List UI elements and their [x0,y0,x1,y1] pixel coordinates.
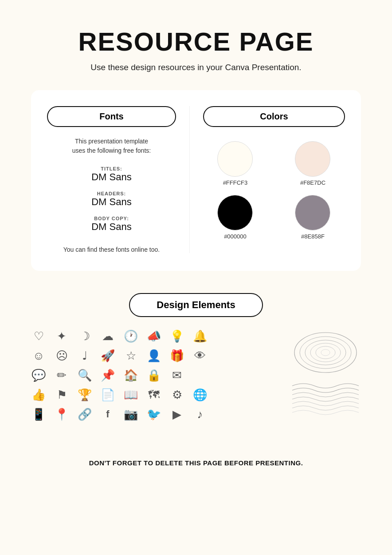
pencil-icon: ✏ [54,369,69,381]
color-item-3: #8E858F [295,195,330,240]
svg-point-4 [316,346,335,359]
map-icon: 🗺 [146,389,161,400]
footer-note: DON'T FORGET TO DELETE THIS PAGE BEFORE … [89,459,303,467]
tiktok-icon: ♪ [192,408,208,420]
music-icon: ♩ [77,350,92,361]
lock-icon: 🔒 [146,369,161,381]
bell-icon: 🔔 [192,330,208,342]
svg-point-3 [310,343,341,362]
svg-point-5 [321,349,330,356]
youtube-icon: ▶ [169,408,184,420]
clock-icon: 🕐 [123,330,138,342]
pin-icon: 📌 [100,369,115,381]
font-item-body: BODY COPY: DM Sans [47,216,176,233]
color-hex-1: #F8E7DC [300,179,325,186]
heart-icon: ♡ [31,330,46,342]
color-item-0: #FFFCF3 [217,141,253,186]
fonts-section: Fonts This presentation template uses th… [47,106,190,253]
smile-icon: ☺ [31,350,46,361]
fonts-footer: You can find these fonts online too. [63,246,160,253]
facebook-icon: f [100,409,115,419]
color-hex-0: #FFFCF3 [223,179,248,186]
icons-row-3: 💬 ✏ 🔍 📌 🏠 🔒 ✉ [31,369,286,381]
icons-row-4: 👍 ⚑ 🏆 📄 📖 🗺 ⚙ 🌐 [31,389,286,400]
color-hex-2: #000000 [224,233,247,240]
fonts-header: Fonts [47,106,176,127]
document-icon: 📄 [100,389,115,400]
icons-row-1: ♡ ✦ ☽ ☁ 🕐 📣 💡 🔔 [31,330,286,342]
decorative-waves [290,379,361,419]
decorative-wrapper [290,330,361,419]
svg-point-2 [305,340,346,365]
colors-header: Colors [203,106,345,127]
share-icon: 🔗 [77,408,92,420]
colors-section: Colors #FFFCF3 #F8E7DC #000000 [190,106,345,253]
page-title: RESOURCE PAGE [78,27,314,56]
decorative-circles [292,330,359,375]
icons-row-2: ☺ ☹ ♩ 🚀 ☆ 👤 🎁 👁 [31,350,286,361]
sad-icon: ☹ [54,350,69,361]
phone-icon: 📱 [31,408,46,420]
eye-icon: 👁 [192,350,208,361]
icons-grid-wrapper: ♡ ✦ ☽ ☁ 🕐 📣 💡 🔔 ☺ ☹ ♩ 🚀 ☆ 👤 [31,330,286,428]
page-wrapper: RESOURCE PAGE Use these design resources… [0,0,392,493]
svg-point-1 [300,337,351,369]
twitter-icon: 🐦 [146,408,161,420]
flag-icon: ⚑ [54,389,69,400]
book-icon: 📖 [123,389,138,400]
color-item-1: #F8E7DC [295,141,330,186]
location-icon: 📍 [54,408,69,420]
design-elements-section: Design Elements ♡ ✦ ☽ ☁ 🕐 📣 💡 🔔 ☺ [31,293,361,428]
home-icon: 🏠 [123,369,138,381]
user-icon: 👤 [146,350,161,361]
color-hex-3: #8E858F [301,233,325,240]
star-icon: ☆ [123,350,138,361]
font-item-headers: HEADERS: DM Sans [47,191,176,208]
thumbsup-icon: 👍 [31,389,46,400]
instagram-icon: 📷 [123,408,138,420]
color-item-2: #000000 [217,195,253,240]
icons-row-5: 📱 📍 🔗 f 📷 🐦 ▶ ♪ [31,408,286,420]
svg-point-0 [294,333,357,373]
color-swatch-3 [295,195,330,230]
page-subtitle: Use these design resources in your Canva… [90,63,301,72]
megaphone-icon: 📣 [146,330,161,342]
resource-card: Fonts This presentation template uses th… [31,90,361,271]
design-elements-header: Design Elements [129,293,263,317]
cloud-icon: ☁ [100,330,115,342]
trophy-icon: 🏆 [77,389,92,400]
bulb-icon: 💡 [169,330,184,342]
rocket-icon: 🚀 [100,350,115,361]
color-swatch-2 [217,195,253,230]
mail-icon: ✉ [169,369,184,381]
icons-and-decorative: ♡ ✦ ☽ ☁ 🕐 📣 💡 🔔 ☺ ☹ ♩ 🚀 ☆ 👤 [31,330,361,428]
color-swatch-1 [295,141,330,177]
moon-icon: ☽ [77,330,92,342]
colors-grid: #FFFCF3 #F8E7DC #000000 #8E858F [203,141,345,240]
fonts-intro: This presentation template uses the foll… [72,137,151,155]
font-item-titles: TITLES: DM Sans [47,166,176,183]
color-swatch-0 [217,141,253,177]
globe-icon: 🌐 [192,389,208,400]
search-icon: 🔍 [77,369,92,381]
gift-icon: 🎁 [169,350,184,361]
chat-icon: 💬 [31,369,46,381]
sun-icon: ✦ [54,330,69,342]
gear-icon: ⚙ [169,389,184,400]
